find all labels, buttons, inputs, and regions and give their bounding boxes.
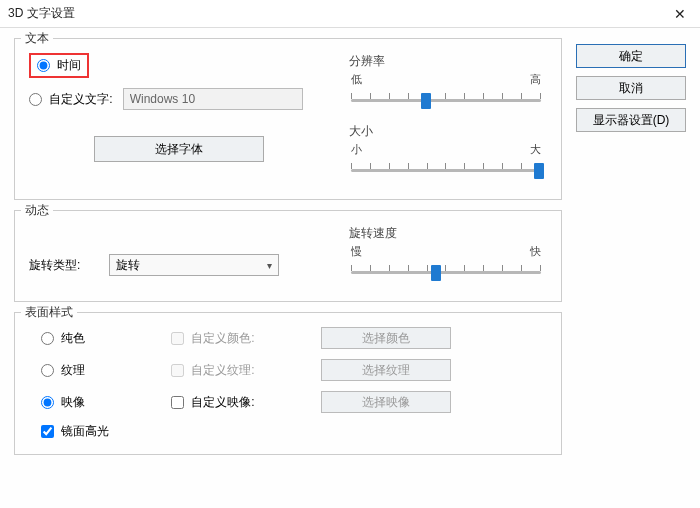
check-custom-image[interactable]: 自定义映像:: [171, 394, 311, 411]
radio-solid-input[interactable]: [41, 332, 54, 345]
display-settings-button[interactable]: 显示器设置(D): [576, 108, 686, 132]
check-custom-image-input[interactable]: [171, 396, 184, 409]
choose-font-button[interactable]: 选择字体: [94, 136, 264, 162]
radio-texture[interactable]: 纹理: [41, 362, 161, 379]
spin-type-label: 旋转类型:: [29, 257, 89, 274]
speed-slider[interactable]: [345, 261, 547, 285]
custom-text-input[interactable]: [123, 88, 303, 110]
radio-image[interactable]: 映像: [41, 394, 161, 411]
radio-texture-input[interactable]: [41, 364, 54, 377]
cancel-button[interactable]: 取消: [576, 76, 686, 100]
check-spec-highlight[interactable]: 镜面高光: [41, 423, 109, 440]
speed-label: 旋转速度: [345, 225, 547, 242]
check-custom-color-input: [171, 332, 184, 345]
check-spec-highlight-input[interactable]: [41, 425, 54, 438]
choose-image-button: 选择映像: [321, 391, 451, 413]
check-custom-texture-input: [171, 364, 184, 377]
spin-type-select[interactable]: 旋转 ▾: [109, 254, 279, 276]
check-custom-color[interactable]: 自定义颜色:: [171, 330, 311, 347]
radio-custom[interactable]: 自定义文字:: [29, 91, 113, 108]
group-motion-legend: 动态: [21, 202, 53, 219]
size-slider[interactable]: [345, 159, 547, 183]
window-title: 3D 文字设置: [8, 5, 668, 22]
choose-texture-button: 选择纹理: [321, 359, 451, 381]
group-text: 文本 时间 自定义文字:: [14, 38, 562, 200]
group-motion: 动态 旋转类型: 旋转 ▾ 旋转速度 慢 快: [14, 210, 562, 302]
close-icon[interactable]: ✕: [668, 4, 692, 24]
radio-image-input[interactable]: [41, 396, 54, 409]
size-label: 大小: [345, 123, 547, 140]
group-text-legend: 文本: [21, 30, 53, 47]
resolution-slider[interactable]: [345, 89, 547, 113]
radio-custom-input[interactable]: [29, 93, 42, 106]
radio-solid[interactable]: 纯色: [41, 330, 161, 347]
choose-color-button: 选择颜色: [321, 327, 451, 349]
chevron-down-icon: ▾: [267, 260, 272, 271]
radio-time[interactable]: 时间: [37, 57, 81, 74]
ok-button[interactable]: 确定: [576, 44, 686, 68]
check-custom-texture[interactable]: 自定义纹理:: [171, 362, 311, 379]
highlight-time: 时间: [29, 53, 89, 78]
resolution-label: 分辨率: [345, 53, 547, 70]
titlebar: 3D 文字设置 ✕: [0, 0, 700, 28]
radio-time-input[interactable]: [37, 59, 50, 72]
group-surface: 表面样式 纯色 自定义颜色: 选择颜色 纹理: [14, 312, 562, 455]
group-surface-legend: 表面样式: [21, 304, 77, 321]
